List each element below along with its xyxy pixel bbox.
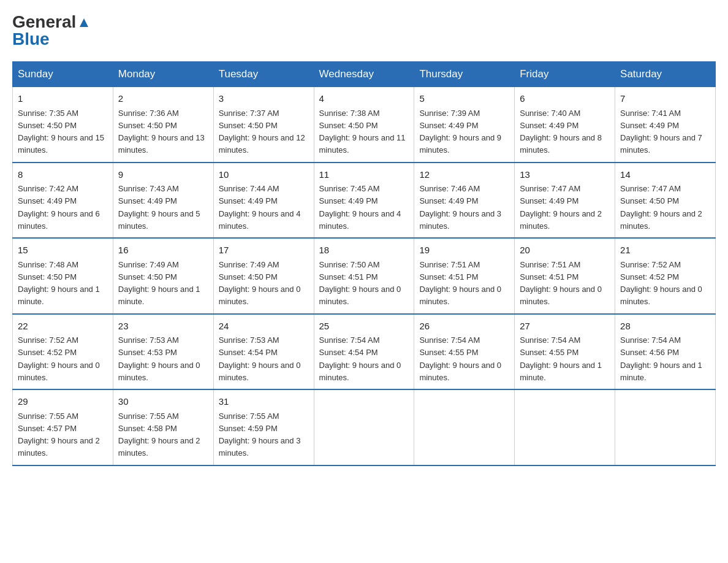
calendar-cell: 14Sunrise: 7:47 AMSunset: 4:50 PMDayligh…: [615, 163, 716, 239]
calendar-cell: 3Sunrise: 7:37 AMSunset: 4:50 PMDaylight…: [213, 87, 314, 163]
day-info: Sunrise: 7:50 AMSunset: 4:51 PMDaylight:…: [319, 260, 401, 307]
day-number: 30: [118, 395, 208, 409]
calendar-cell: 24Sunrise: 7:53 AMSunset: 4:54 PMDayligh…: [213, 314, 314, 390]
calendar-cell: 16Sunrise: 7:49 AMSunset: 4:50 PMDayligh…: [113, 238, 213, 314]
day-number: 28: [620, 320, 710, 334]
day-info: Sunrise: 7:46 AMSunset: 4:49 PMDaylight:…: [419, 184, 501, 231]
calendar-cell: 30Sunrise: 7:55 AMSunset: 4:58 PMDayligh…: [113, 389, 213, 465]
calendar-cell: 7Sunrise: 7:41 AMSunset: 4:49 PMDaylight…: [615, 87, 716, 163]
calendar-week-row: 22Sunrise: 7:52 AMSunset: 4:52 PMDayligh…: [13, 314, 716, 390]
day-number: 14: [620, 168, 710, 182]
logo-triangle-icon: [77, 16, 91, 29]
day-number: 12: [419, 168, 509, 182]
day-info: Sunrise: 7:37 AMSunset: 4:50 PMDaylight:…: [219, 109, 305, 155]
day-info: Sunrise: 7:38 AMSunset: 4:50 PMDaylight:…: [319, 109, 406, 155]
day-info: Sunrise: 7:51 AMSunset: 4:51 PMDaylight:…: [520, 260, 602, 307]
day-number: 4: [319, 92, 409, 106]
calendar-header-sunday: Sunday: [13, 62, 113, 87]
day-number: 7: [620, 92, 710, 106]
day-number: 23: [118, 320, 208, 334]
calendar-cell: 1Sunrise: 7:35 AMSunset: 4:50 PMDaylight…: [13, 87, 113, 163]
day-number: 9: [118, 168, 208, 182]
calendar-cell: 18Sunrise: 7:50 AMSunset: 4:51 PMDayligh…: [314, 238, 414, 314]
calendar-week-row: 15Sunrise: 7:48 AMSunset: 4:50 PMDayligh…: [13, 238, 716, 314]
day-number: 26: [419, 320, 509, 334]
day-info: Sunrise: 7:35 AMSunset: 4:50 PMDaylight:…: [18, 109, 104, 155]
calendar-cell: 15Sunrise: 7:48 AMSunset: 4:50 PMDayligh…: [13, 238, 113, 314]
calendar-week-row: 1Sunrise: 7:35 AMSunset: 4:50 PMDaylight…: [13, 87, 716, 163]
day-info: Sunrise: 7:55 AMSunset: 4:57 PMDaylight:…: [18, 412, 100, 458]
calendar-cell: 28Sunrise: 7:54 AMSunset: 4:56 PMDayligh…: [615, 314, 716, 390]
day-number: 15: [18, 243, 108, 258]
calendar-cell: 13Sunrise: 7:47 AMSunset: 4:49 PMDayligh…: [515, 163, 615, 239]
calendar-cell: 11Sunrise: 7:45 AMSunset: 4:49 PMDayligh…: [314, 163, 414, 239]
calendar-cell: 17Sunrise: 7:49 AMSunset: 4:50 PMDayligh…: [213, 238, 314, 314]
day-info: Sunrise: 7:52 AMSunset: 4:52 PMDaylight:…: [620, 260, 702, 307]
day-number: 31: [219, 395, 309, 409]
day-info: Sunrise: 7:54 AMSunset: 4:55 PMDaylight:…: [419, 335, 501, 382]
day-number: 18: [319, 243, 409, 258]
day-number: 11: [319, 168, 409, 182]
calendar-cell: 31Sunrise: 7:55 AMSunset: 4:59 PMDayligh…: [213, 389, 314, 465]
day-info: Sunrise: 7:47 AMSunset: 4:50 PMDaylight:…: [620, 184, 702, 231]
day-info: Sunrise: 7:42 AMSunset: 4:49 PMDaylight:…: [18, 184, 100, 231]
calendar-cell: 19Sunrise: 7:51 AMSunset: 4:51 PMDayligh…: [414, 238, 515, 314]
calendar-cell: 23Sunrise: 7:53 AMSunset: 4:53 PMDayligh…: [113, 314, 213, 390]
day-number: 1: [18, 92, 108, 106]
calendar-table: SundayMondayTuesdayWednesdayThursdayFrid…: [12, 61, 716, 466]
day-number: 20: [520, 243, 610, 258]
day-info: Sunrise: 7:39 AMSunset: 4:49 PMDaylight:…: [419, 109, 501, 155]
day-info: Sunrise: 7:44 AMSunset: 4:49 PMDaylight:…: [219, 184, 301, 231]
day-info: Sunrise: 7:47 AMSunset: 4:49 PMDaylight:…: [520, 184, 602, 231]
day-number: 2: [118, 92, 208, 106]
day-number: 22: [18, 320, 108, 334]
calendar-body: 1Sunrise: 7:35 AMSunset: 4:50 PMDaylight…: [13, 87, 716, 465]
calendar-cell: [615, 389, 716, 465]
calendar-cell: 20Sunrise: 7:51 AMSunset: 4:51 PMDayligh…: [515, 238, 615, 314]
day-info: Sunrise: 7:45 AMSunset: 4:49 PMDaylight:…: [319, 184, 401, 231]
calendar-cell: 5Sunrise: 7:39 AMSunset: 4:49 PMDaylight…: [414, 87, 515, 163]
calendar-cell: 26Sunrise: 7:54 AMSunset: 4:55 PMDayligh…: [414, 314, 515, 390]
calendar-cell: 27Sunrise: 7:54 AMSunset: 4:55 PMDayligh…: [515, 314, 615, 390]
day-info: Sunrise: 7:52 AMSunset: 4:52 PMDaylight:…: [18, 335, 100, 382]
day-number: 16: [118, 243, 208, 258]
calendar-header-monday: Monday: [113, 62, 213, 87]
day-number: 3: [219, 92, 309, 106]
calendar-cell: [515, 389, 615, 465]
day-number: 24: [219, 320, 309, 334]
day-info: Sunrise: 7:53 AMSunset: 4:54 PMDaylight:…: [219, 335, 301, 382]
day-number: 8: [18, 168, 108, 182]
day-info: Sunrise: 7:54 AMSunset: 4:54 PMDaylight:…: [319, 335, 401, 382]
day-info: Sunrise: 7:51 AMSunset: 4:51 PMDaylight:…: [419, 260, 501, 307]
calendar-header-tuesday: Tuesday: [213, 62, 314, 87]
day-info: Sunrise: 7:55 AMSunset: 4:58 PMDaylight:…: [118, 412, 200, 458]
calendar-cell: 9Sunrise: 7:43 AMSunset: 4:49 PMDaylight…: [113, 163, 213, 239]
calendar-header-saturday: Saturday: [615, 62, 716, 87]
calendar-cell: 2Sunrise: 7:36 AMSunset: 4:50 PMDaylight…: [113, 87, 213, 163]
day-info: Sunrise: 7:36 AMSunset: 4:50 PMDaylight:…: [118, 109, 205, 155]
day-info: Sunrise: 7:53 AMSunset: 4:53 PMDaylight:…: [118, 335, 200, 382]
day-number: 19: [419, 243, 509, 258]
calendar-cell: [314, 389, 414, 465]
calendar-cell: 6Sunrise: 7:40 AMSunset: 4:49 PMDaylight…: [515, 87, 615, 163]
logo: General Blue: [12, 12, 91, 49]
day-info: Sunrise: 7:43 AMSunset: 4:49 PMDaylight:…: [118, 184, 200, 231]
calendar-cell: 22Sunrise: 7:52 AMSunset: 4:52 PMDayligh…: [13, 314, 113, 390]
page-header: General Blue: [12, 12, 716, 49]
calendar-cell: 21Sunrise: 7:52 AMSunset: 4:52 PMDayligh…: [615, 238, 716, 314]
svg-marker-0: [80, 18, 88, 27]
day-number: 13: [520, 168, 610, 182]
day-info: Sunrise: 7:49 AMSunset: 4:50 PMDaylight:…: [118, 260, 200, 307]
calendar-cell: 12Sunrise: 7:46 AMSunset: 4:49 PMDayligh…: [414, 163, 515, 239]
calendar-cell: 8Sunrise: 7:42 AMSunset: 4:49 PMDaylight…: [13, 163, 113, 239]
calendar-cell: 29Sunrise: 7:55 AMSunset: 4:57 PMDayligh…: [13, 389, 113, 465]
day-number: 17: [219, 243, 309, 258]
calendar-cell: 25Sunrise: 7:54 AMSunset: 4:54 PMDayligh…: [314, 314, 414, 390]
day-info: Sunrise: 7:54 AMSunset: 4:55 PMDaylight:…: [520, 335, 602, 382]
calendar-cell: [414, 389, 515, 465]
day-number: 21: [620, 243, 710, 258]
day-info: Sunrise: 7:55 AMSunset: 4:59 PMDaylight:…: [219, 412, 301, 458]
calendar-header-thursday: Thursday: [414, 62, 515, 87]
calendar-header-friday: Friday: [515, 62, 615, 87]
day-info: Sunrise: 7:49 AMSunset: 4:50 PMDaylight:…: [219, 260, 301, 307]
